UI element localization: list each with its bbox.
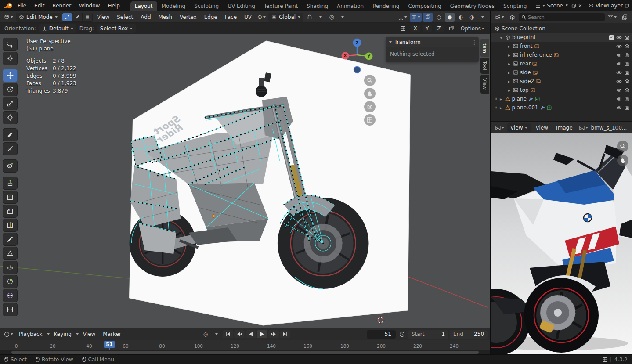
expand-icon[interactable]: ▸ [499, 97, 503, 101]
tool-edge-slide[interactable] [3, 289, 18, 302]
outliner-row-scene-collection[interactable]: Scene Collection [491, 24, 632, 33]
mirror-z-button[interactable]: Z [435, 25, 444, 32]
expand-icon[interactable]: ▾ [499, 35, 503, 40]
disable-render-camera-icon[interactable] [624, 79, 630, 84]
tool-knife[interactable] [3, 233, 18, 246]
panel-grip-icon[interactable]: ⣿ [472, 40, 475, 45]
menu-vertex[interactable]: Vertex [177, 11, 200, 23]
orientation-dropdown[interactable]: Default [39, 24, 76, 33]
editor-type-timeline-button[interactable] [3, 330, 14, 339]
outliner-row-plane-001[interactable]: ⠿ ▸ plane.001 [491, 103, 632, 112]
outliner-row-front[interactable]: ▸ front [491, 42, 632, 50]
menu-render[interactable]: Render [49, 0, 75, 11]
transform-overlap-button[interactable] [447, 24, 456, 33]
new-collection-button[interactable] [620, 13, 629, 22]
disable-render-camera-icon[interactable] [624, 52, 630, 58]
menu-face[interactable]: Face [222, 11, 240, 23]
previous-keyframe-button[interactable] [234, 330, 245, 338]
disable-render-camera-icon[interactable] [624, 105, 630, 111]
proportional-falloff-button[interactable] [338, 13, 347, 22]
menu-edge[interactable]: Edge [201, 11, 220, 23]
shading-wireframe-button[interactable]: ○ [434, 13, 444, 22]
snap-settings-button[interactable] [316, 13, 325, 22]
menu-uv[interactable]: UV [241, 11, 255, 23]
workspace-tab-modeling[interactable]: Modeling [157, 1, 190, 11]
gizmo-negative-z-axis[interactable] [354, 67, 361, 73]
menu-marker[interactable]: Marker [100, 328, 124, 340]
disable-render-camera-icon[interactable] [624, 96, 630, 102]
3d-viewport[interactable]: Sport Rider [0, 34, 490, 328]
menu-keying[interactable]: Keying [51, 328, 75, 340]
disable-render-camera-icon[interactable] [624, 35, 630, 40]
toggle-xray-button[interactable] [423, 13, 433, 22]
disable-render-camera-icon[interactable] [624, 43, 630, 49]
outliner-row-side2[interactable]: ▸ side2 [491, 77, 632, 86]
mirror-x-button[interactable]: X [411, 25, 420, 32]
play-button[interactable] [257, 330, 267, 338]
editor-type-outliner-button[interactable] [494, 13, 506, 22]
play-reverse-button[interactable] [246, 330, 256, 338]
editor-type-image-button[interactable] [494, 123, 506, 132]
expand-icon[interactable]: ▸ [507, 53, 511, 58]
tool-bevel[interactable] [3, 205, 18, 218]
delete-scene-icon[interactable] [578, 4, 582, 8]
menu-view[interactable]: View [94, 11, 112, 23]
outliner-row-rear[interactable]: ▸ rear [491, 59, 632, 68]
viewlayer-selector[interactable]: ViewLayer [586, 3, 632, 9]
tool-scale[interactable] [3, 97, 18, 110]
jump-to-start-button[interactable] [223, 330, 233, 338]
new-scene-icon[interactable] [571, 4, 576, 8]
drag-mode-dropdown[interactable]: Select Box [97, 24, 136, 33]
snap-toggle-button[interactable] [305, 13, 314, 22]
timeline-ruler[interactable]: 0 20 40 60 80 100 120 140 160 180 200 22… [0, 340, 490, 350]
menu-help[interactable]: Help [104, 0, 123, 11]
workspace-tab-scripting[interactable]: Scripting [499, 1, 531, 11]
show-gizmo-dropdown[interactable] [397, 13, 408, 22]
outliner-filter-button[interactable] [607, 13, 618, 22]
image-editor-canvas[interactable] [491, 133, 632, 354]
proportional-editing-button[interactable]: ◎ [327, 13, 336, 22]
hide-eye-icon[interactable] [616, 70, 622, 76]
select-mode-vertex-button[interactable] [62, 13, 72, 21]
image-mode-dropdown[interactable]: View [507, 123, 531, 132]
hide-eye-icon[interactable] [616, 52, 622, 58]
tool-inset-faces[interactable] [3, 191, 18, 204]
outliner-row-plane[interactable]: ⠿ ▸ plane [491, 94, 632, 103]
sidebar-tab-tool[interactable]: Tool [480, 58, 489, 74]
camera-view-button[interactable] [364, 101, 376, 112]
menu-mesh[interactable]: Mesh [155, 11, 176, 23]
tool-cursor[interactable] [3, 52, 18, 65]
jump-to-end-button[interactable] [280, 330, 290, 338]
workspace-tab-compositing[interactable]: Compositing [404, 1, 445, 11]
disable-render-camera-icon[interactable] [624, 70, 630, 76]
new-viewlayer-icon[interactable] [625, 4, 629, 8]
tool-select-box[interactable] [3, 38, 18, 51]
menu-file[interactable]: File [14, 0, 30, 11]
hide-eye-icon[interactable] [616, 105, 622, 111]
workspace-tab-uv-editing[interactable]: UV Editing [223, 1, 260, 11]
menu-playback[interactable]: Playback [16, 328, 46, 340]
select-mode-edge-button[interactable] [72, 13, 82, 21]
navigation-gizmo[interactable]: Z X Y [331, 38, 383, 82]
workspace-tab-sculpting[interactable]: Sculpting [190, 1, 223, 11]
browse-image-button[interactable] [578, 123, 589, 132]
auto-keying-button[interactable]: ◎ [201, 330, 210, 339]
shading-options-button[interactable] [478, 13, 488, 22]
expand-icon[interactable]: ▸ [507, 44, 511, 49]
tool-add-cube[interactable] [3, 159, 18, 173]
tool-rip-region[interactable] [3, 303, 18, 316]
outliner-row-top[interactable]: ▸ top [491, 86, 632, 94]
image-pan-button[interactable] [617, 155, 628, 166]
tool-poly-build[interactable] [3, 247, 18, 260]
expand-icon[interactable]: ▸ [499, 105, 503, 110]
workspace-tab-layout[interactable]: Layout [130, 1, 157, 11]
tool-extrude-region[interactable] [3, 177, 18, 190]
options-dropdown[interactable]: Options [459, 24, 486, 33]
select-mode-face-button[interactable] [83, 13, 92, 21]
use-preview-range-button[interactable] [397, 330, 407, 339]
expand-icon[interactable]: ▸ [507, 61, 511, 66]
menu-window[interactable]: Window [76, 0, 103, 11]
search-input[interactable] [528, 14, 602, 20]
next-keyframe-button[interactable] [268, 330, 279, 338]
pan-button[interactable] [364, 88, 376, 99]
